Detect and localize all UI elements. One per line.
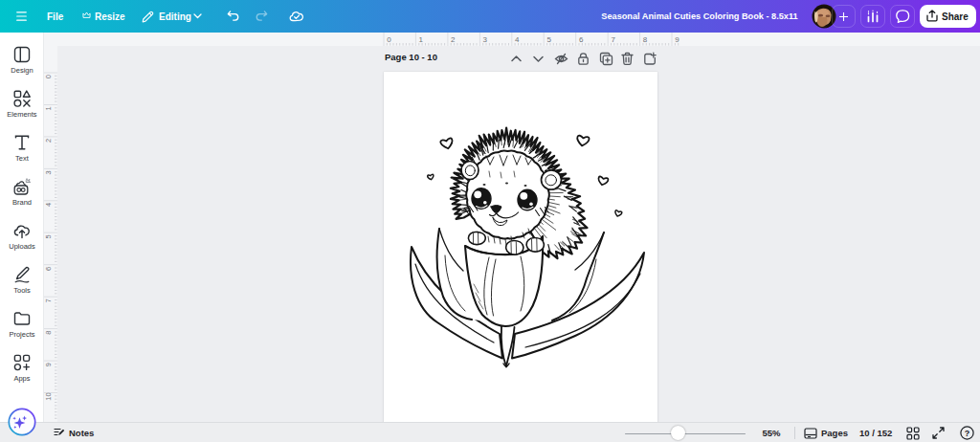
svg-text:8: 8: [44, 331, 53, 335]
svg-text:4: 4: [515, 35, 520, 44]
svg-text:6: 6: [44, 267, 53, 271]
svg-text:1: 1: [419, 35, 424, 44]
svg-text:0: 0: [387, 35, 391, 44]
svg-text:9: 9: [675, 35, 679, 44]
svg-text:5: 5: [44, 234, 53, 238]
svg-text:0: 0: [44, 75, 53, 78]
svg-text:1: 1: [44, 106, 53, 110]
svg-text:4: 4: [44, 203, 53, 207]
svg-text:6: 6: [579, 35, 584, 44]
svg-text:3: 3: [44, 170, 53, 174]
svg-text:3: 3: [483, 35, 488, 44]
svg-text:7: 7: [44, 298, 53, 302]
svg-text:9: 9: [44, 363, 53, 366]
svg-text:?: ?: [965, 429, 970, 438]
svg-text:5: 5: [547, 35, 552, 44]
svg-text:10: 10: [44, 392, 53, 400]
svg-text:8: 8: [643, 35, 648, 44]
svg-text:7: 7: [611, 35, 615, 44]
svg-text:2: 2: [44, 139, 53, 143]
svg-text:2: 2: [451, 35, 456, 44]
